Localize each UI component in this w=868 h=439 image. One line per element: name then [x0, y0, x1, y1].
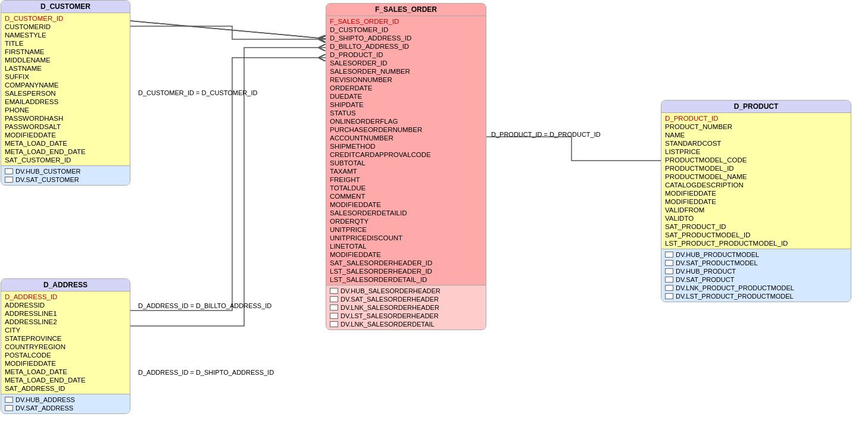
connector-label-customer: D_CUSTOMER_ID = D_CUSTOMER_ID [138, 89, 257, 96]
hub-productmodel-icon [665, 252, 673, 258]
field-totaldue: TOTALDUE [330, 184, 482, 192]
footer-sat-salesorderheader: DV.SAT_SALESORDERHEADER [330, 295, 482, 303]
field-unitprice: UNITPRICE [330, 225, 482, 234]
d-customer-table: D_CUSTOMER D_CUSTOMER_ID CUSTOMERID NAME… [1, 0, 130, 186]
footer-lst-salesorderheader: DV.LST_SALESORDERHEADER [330, 312, 482, 320]
sat-customer-label: DV.SAT_CUSTOMER [15, 176, 79, 183]
field-duedate: DUEDATE [330, 92, 482, 101]
field-d-billto-address-id: D_BILLTO_ADDRESS_ID [330, 42, 482, 51]
diagram-container: D_CUSTOMER_ID = D_CUSTOMER_ID D_ADDRESS_… [0, 0, 868, 439]
lnk-product-productmodel-icon [665, 285, 673, 291]
footer-hub-address: DV.HUB_ADDRESS [5, 396, 126, 404]
field-lst-salesorderheader-id: LST_SALESORDERHEADER_ID [330, 267, 482, 275]
field-phone: PHONE [5, 106, 126, 114]
field-productmodel-id: PRODUCTMODEL_ID [665, 164, 847, 173]
field-addressline2: ADDRESSLINE2 [5, 318, 126, 326]
lst-salesorderheader-label: DV.LST_SALESORDERHEADER [341, 312, 439, 319]
footer-hub-customer: DV.HUB_CUSTOMER [5, 167, 126, 175]
sat-address-label: DV.SAT_ADDRESS [15, 404, 73, 412]
field-validfrom: VALIDFROM [665, 206, 847, 214]
field-meta-load-end-date-addr: META_LOAD_END_DATE [5, 376, 126, 384]
hub-address-label: DV.HUB_ADDRESS [15, 396, 75, 403]
field-fso-d-customer-id: D_CUSTOMER_ID [330, 26, 482, 34]
field-d-address-id: D_ADDRESS_ID [5, 293, 126, 301]
lst-product-productmodel-label: DV.LST_PRODUCT_PRODUCTMODEL [676, 293, 794, 300]
lnk-salesorderheader-label: DV.LNK_SALESORDERHEADER [341, 304, 439, 311]
svg-line-1 [130, 21, 326, 39]
sat-productmodel-label: DV.SAT_PRODUCTMODEL [676, 259, 758, 266]
field-salesorder-number: SALESORDER_NUMBER [330, 67, 482, 76]
field-meta-load-end-date-cust: META_LOAD_END_DATE [5, 148, 126, 156]
hub-customer-icon [5, 168, 13, 174]
f-sales-order-body: F_SALES_ORDER_ID D_CUSTOMER_ID D_SHIPTO_… [326, 16, 486, 285]
field-subtotal: SUBTOTAL [330, 159, 482, 167]
field-city: CITY [5, 326, 126, 334]
d-address-table: D_ADDRESS D_ADDRESS_ID ADDRESSID ADDRESS… [1, 278, 130, 414]
field-salesperson: SALESPERSON [5, 89, 126, 98]
d-product-header: D_PRODUCT [661, 101, 851, 113]
d-customer-footer: DV.HUB_CUSTOMER DV.SAT_CUSTOMER [1, 165, 130, 185]
field-salesorder-id: SALESORDER_ID [330, 59, 482, 67]
field-modifieddate-addr: MODIFIEDDATE [5, 359, 126, 368]
field-stateprovince: STATEPROVINCE [5, 334, 126, 343]
field-companyname: COMPANYNAME [5, 81, 126, 89]
sat-productmodel-icon [665, 260, 673, 266]
d-product-footer: DV.HUB_PRODUCTMODEL DV.SAT_PRODUCTMODEL … [661, 249, 851, 302]
field-validto: VALIDTO [665, 214, 847, 222]
field-freight: FREIGHT [330, 175, 482, 184]
field-title: TITLE [5, 39, 126, 48]
d-address-footer: DV.HUB_ADDRESS DV.SAT_ADDRESS [1, 394, 130, 413]
hub-productmodel-label: DV.HUB_PRODUCTMODEL [676, 251, 759, 258]
field-sat-salesorderheader-id: SAT_SALESORDERHEADER_ID [330, 259, 482, 267]
hub-salesorderheader-icon [330, 288, 338, 294]
field-sat-product-id: SAT_PRODUCT_ID [665, 222, 847, 231]
field-status: STATUS [330, 109, 482, 117]
field-onlineorderflag: ONLINEORDERFLAG [330, 117, 482, 126]
field-catalogdescription: CATALOGDESCRIPTION [665, 181, 847, 189]
field-meta-load-date-cust: META_LOAD_DATE [5, 139, 126, 148]
sat-salesorderheader-icon [330, 296, 338, 302]
field-product-number: PRODUCT_NUMBER [665, 123, 847, 131]
field-orderqty: ORDERQTY [330, 217, 482, 225]
sat-product-label: DV.SAT_PRODUCT [676, 276, 734, 283]
field-productmodel-name: PRODUCTMODEL_NAME [665, 173, 847, 181]
footer-lnk-salesorderdetail: DV.LNK_SALESORDERDETAIL [330, 320, 482, 328]
sat-salesorderheader-label: DV.SAT_SALESORDERHEADER [341, 296, 439, 303]
d-address-body: D_ADDRESS_ID ADDRESSID ADDRESSLINE1 ADDR… [1, 291, 130, 394]
field-purchaseordernumber: PURCHASEORDERNUMBER [330, 126, 482, 134]
d-customer-body: D_CUSTOMER_ID CUSTOMERID NAMESTYLE TITLE… [1, 13, 130, 165]
field-middlename: MIDDLENAME [5, 56, 126, 64]
sat-address-icon [5, 405, 13, 411]
field-d-shipto-address-id: D_SHIPTO_ADDRESS_ID [330, 34, 482, 42]
field-namestyle: NAMESTYLE [5, 31, 126, 39]
field-productmodel-code: PRODUCTMODEL_CODE [665, 156, 847, 164]
footer-hub-product: DV.HUB_PRODUCT [665, 267, 847, 275]
d-product-table: D_PRODUCT D_PRODUCT_ID PRODUCT_NUMBER NA… [661, 100, 851, 302]
field-modifieddate-cust: MODIFIEDDATE [5, 131, 126, 139]
footer-sat-productmodel: DV.SAT_PRODUCTMODEL [665, 259, 847, 267]
lnk-salesorderheader-icon [330, 305, 338, 311]
field-lst-salesorderdetail-id: LST_SALESORDERDETAIL_ID [330, 275, 482, 284]
footer-sat-address: DV.SAT_ADDRESS [5, 404, 126, 412]
footer-hub-productmodel: DV.HUB_PRODUCTMODEL [665, 250, 847, 259]
connector-label-shipto: D_ADDRESS_ID = D_SHIPTO_ADDRESS_ID [138, 369, 274, 376]
footer-lst-product-productmodel: DV.LST_PRODUCT_PRODUCTMODEL [665, 292, 847, 300]
hub-customer-label: DV.HUB_CUSTOMER [15, 168, 80, 175]
hub-product-label: DV.HUB_PRODUCT [676, 268, 736, 275]
field-fso-modifieddate: MODIFIEDDATE [330, 200, 482, 209]
field-lst-product-productmodel-id: LST_PRODUCT_PRODUCTMODEL_ID [665, 239, 847, 247]
svg-line-0 [130, 21, 326, 39]
footer-hub-salesorderheader: DV.HUB_SALESORDERHEADER [330, 287, 482, 295]
connector-label-billto: D_ADDRESS_ID = D_BILLTO_ADDRESS_ID [138, 302, 271, 309]
sat-customer-icon [5, 177, 13, 183]
field-addressid: ADDRESSID [5, 301, 126, 309]
field-listprice: LISTPRICE [665, 148, 847, 156]
hub-salesorderheader-label: DV.HUB_SALESORDERHEADER [341, 287, 441, 294]
lnk-salesorderdetail-label: DV.LNK_SALESORDERDETAIL [341, 321, 435, 328]
f-sales-order-footer: DV.HUB_SALESORDERHEADER DV.SAT_SALESORDE… [326, 285, 486, 330]
field-addressline1: ADDRESSLINE1 [5, 309, 126, 318]
field-d-product-id: D_PRODUCT_ID [665, 114, 847, 123]
field-meta-load-date-addr: META_LOAD_DATE [5, 368, 126, 376]
d-product-body: D_PRODUCT_ID PRODUCT_NUMBER NAME STANDAR… [661, 113, 851, 249]
footer-sat-product: DV.SAT_PRODUCT [665, 275, 847, 284]
